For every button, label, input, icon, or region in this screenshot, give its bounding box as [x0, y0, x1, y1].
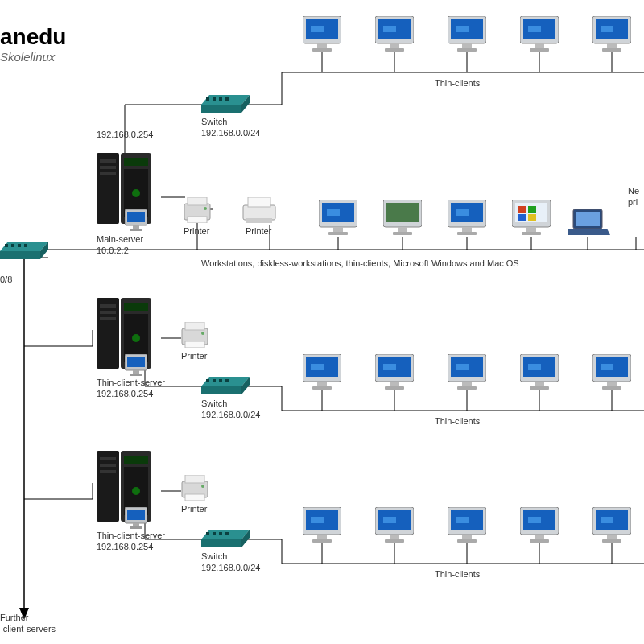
thin-client-icon — [448, 16, 486, 53]
printer-icon — [179, 475, 211, 502]
thin-client-icon — [520, 16, 559, 53]
printer-icon — [242, 197, 277, 225]
thin-client-icon — [375, 16, 414, 53]
thin-client-icon — [592, 16, 631, 53]
thin-client-icon — [520, 354, 559, 391]
switch-label: Switch192.168.0.0/24 — [201, 398, 260, 421]
main-server-label: Main-server10.0.2.2 — [97, 233, 143, 257]
printer-label: Printer — [181, 350, 207, 361]
small-monitor-icon — [125, 507, 147, 530]
windows-workstation-icon — [512, 200, 551, 237]
switch-icon — [201, 530, 250, 549]
thin-clients-label: Thin-clients — [435, 415, 480, 427]
workstation-icon — [383, 200, 422, 237]
thin-client-icon — [303, 507, 341, 544]
thin-client-icon — [303, 354, 341, 391]
backbone-switch-icon — [0, 242, 48, 261]
workstation-icon — [319, 200, 357, 237]
laptop-icon — [568, 209, 610, 237]
thin-client-icon — [448, 507, 486, 544]
switch-label: Switch192.168.0.0/24 — [201, 116, 260, 139]
backbone-subnet-label: 0/8 — [0, 274, 12, 285]
workstation-icon — [448, 200, 486, 237]
switch-label: Switch192.168.0.0/24 — [201, 551, 260, 574]
small-monitor-icon — [125, 209, 147, 233]
printer-label: Printer — [246, 225, 271, 237]
thin-clients-label: Thin-clients — [435, 568, 480, 580]
thin-client-icon — [375, 354, 414, 391]
printer-icon — [179, 322, 211, 349]
brand-logo: anedu — [0, 24, 66, 50]
printer-icon — [181, 197, 213, 225]
tcs-label: Thin-client-server192.168.0.254 — [97, 530, 165, 553]
thin-client-icon — [375, 507, 414, 544]
brand-subtitle: Skolelinux — [0, 50, 55, 64]
workstations-row-label: Workstations, diskless-workstations, thi… — [201, 258, 519, 269]
printer-label: Printer — [184, 225, 209, 237]
thin-client-icon — [303, 16, 341, 53]
switch-icon — [201, 95, 250, 114]
main-gw-label: 192.168.0.254 — [97, 129, 153, 140]
switch-icon — [201, 377, 250, 396]
tcs-label: Thin-client-server192.168.0.254 — [97, 377, 165, 400]
printer-label: Printer — [181, 503, 207, 514]
thin-client-icon — [592, 507, 631, 544]
further-servers-label: Further -client-servers — [0, 612, 56, 635]
thin-client-icon — [448, 354, 486, 391]
net-printer-label: Ne pri — [628, 185, 639, 208]
thin-clients-label: Thin-clients — [435, 77, 480, 89]
small-monitor-icon — [125, 354, 147, 378]
thin-client-icon — [520, 507, 559, 544]
thin-client-icon — [592, 354, 631, 391]
